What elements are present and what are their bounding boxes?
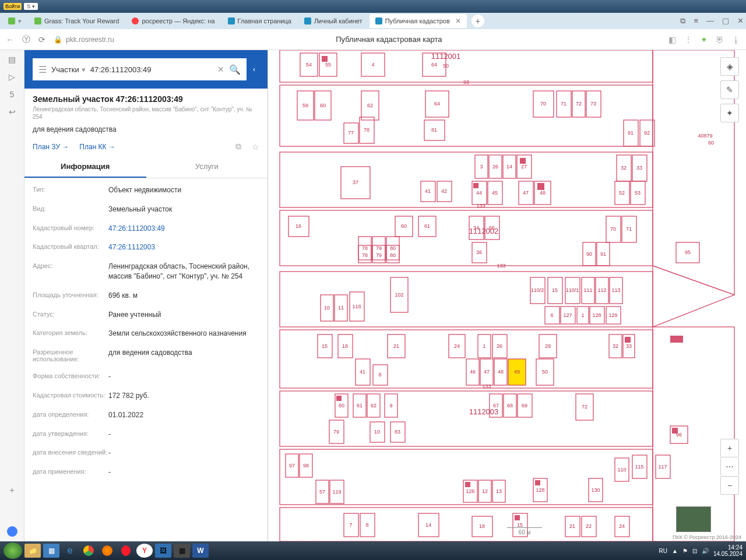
close-icon[interactable]: ✕: [455, 17, 461, 25]
svg-text:1112003: 1112003: [469, 407, 499, 416]
new-tab-button[interactable]: +: [471, 15, 484, 27]
info-value: Ранее учтенный: [108, 310, 161, 320]
task-word[interactable]: W: [192, 544, 209, 558]
zoom-out-button[interactable]: −: [720, 476, 739, 495]
more-button[interactable]: ⋯: [720, 457, 739, 476]
tray-network-icon[interactable]: ⊡: [692, 548, 697, 554]
plan-zu-link[interactable]: План ЗУ →: [33, 143, 69, 151]
map-canvas[interactable]: 54 55 4 64 1112001 50 93 59 60 62 64 70 …: [268, 50, 746, 541]
window-menu-icon[interactable]: ≡: [694, 16, 698, 26]
address-bar: ← Ⓨ ⟳ 🔒 pkk.rosreestr.ru Публичная кадас…: [0, 29, 746, 50]
task-opera[interactable]: [118, 544, 134, 558]
window-minimize-icon[interactable]: —: [706, 16, 714, 26]
info-label: дата определения:: [33, 410, 108, 418]
extension-icon[interactable]: ✦: [701, 35, 708, 44]
task-chrome[interactable]: [80, 544, 97, 558]
sidebar-item[interactable]: ▷: [9, 72, 15, 82]
sidebar-item[interactable]: ↩: [9, 107, 16, 117]
browser-tab[interactable]: Grass: Track Your Reward: [29, 14, 125, 28]
task-app[interactable]: 🖼: [155, 544, 171, 558]
start-button[interactable]: [3, 543, 22, 559]
svg-text:78: 78: [362, 245, 368, 251]
task-explorer[interactable]: 📁: [24, 544, 41, 558]
svg-rect-248: [515, 515, 520, 520]
clear-icon[interactable]: ✕: [217, 65, 224, 74]
sidebar-item[interactable]: ▤: [8, 55, 16, 64]
window-close-icon[interactable]: ✕: [737, 16, 744, 26]
menu-icon[interactable]: ☰: [38, 64, 47, 75]
svg-text:129: 129: [608, 312, 617, 318]
sidebar-add[interactable]: +: [9, 485, 14, 495]
svg-text:49: 49: [514, 369, 520, 375]
zoom-in-button[interactable]: +: [720, 439, 739, 457]
shield-icon[interactable]: ⛨: [716, 35, 724, 44]
svg-text:133: 133: [476, 203, 485, 209]
object-subtitle: Ленинградская область, Тосненский район,…: [33, 105, 259, 121]
svg-text:117: 117: [658, 464, 667, 470]
svg-text:68: 68: [507, 403, 513, 408]
login-badge[interactable]: Войти: [3, 3, 22, 10]
tab-services[interactable]: Услуги: [146, 156, 268, 178]
yandex-icon[interactable]: Ⓨ: [22, 34, 30, 45]
tray-lang[interactable]: RU: [659, 548, 667, 554]
download-icon[interactable]: ⭳: [732, 35, 740, 44]
svg-text:118: 118: [352, 304, 361, 309]
window-maximize-icon[interactable]: ▢: [722, 16, 729, 26]
object-usage: для ведения садоводства: [33, 125, 259, 133]
task-app[interactable]: ▦: [174, 544, 190, 558]
info-row: Статус:Ранее учтенный: [24, 305, 268, 325]
back-button[interactable]: ←: [6, 35, 14, 44]
info-label: Адрес:: [33, 262, 108, 269]
tray-volume-icon[interactable]: 🔊: [702, 548, 709, 554]
titlebar-dropdown[interactable]: S ▾: [24, 3, 38, 10]
bookmark-icon[interactable]: ◧: [668, 35, 676, 44]
svg-text:92: 92: [644, 130, 650, 136]
svg-text:48: 48: [498, 369, 504, 375]
minimap[interactable]: [676, 506, 711, 532]
locate-button[interactable]: ✦: [720, 104, 739, 122]
task-yandex[interactable]: Y: [136, 544, 153, 558]
browser-tab[interactable]: Личный кабинет: [298, 14, 368, 28]
assistant-icon[interactable]: [7, 526, 17, 537]
copy-icon[interactable]: ⧉: [235, 142, 241, 152]
info-value: -: [108, 372, 111, 382]
svg-text:78: 78: [364, 127, 370, 133]
plan-kk-link[interactable]: План КК →: [79, 143, 115, 151]
browser-tab[interactable]: ▾: [2, 14, 27, 28]
edit-button[interactable]: ✎: [720, 80, 739, 99]
info-value[interactable]: 47:26:1112003:49: [108, 224, 165, 234]
collapse-panel-button[interactable]: ‹: [249, 58, 259, 80]
svg-text:28: 28: [545, 343, 551, 349]
tab-info[interactable]: Информация: [24, 156, 146, 178]
search-icon[interactable]: 🔍: [229, 64, 241, 75]
search-input[interactable]: [90, 65, 213, 74]
task-app[interactable]: ▦: [43, 544, 59, 558]
browser-tab-active[interactable]: Публичная кадастров✕: [370, 14, 467, 28]
svg-text:130: 130: [591, 487, 600, 493]
task-ie[interactable]: e: [62, 544, 78, 558]
browser-tab[interactable]: Главная страница: [222, 14, 297, 28]
info-value[interactable]: 47:26:1112003: [108, 242, 155, 252]
svg-text:102: 102: [395, 292, 403, 298]
kebab-icon[interactable]: ⋮: [684, 35, 692, 44]
task-firefox[interactable]: [99, 544, 115, 558]
info-row: Тип:Объект недвижимости: [24, 181, 268, 200]
svg-text:80: 80: [390, 252, 396, 258]
info-label: Статус:: [33, 310, 108, 318]
svg-text:26: 26: [492, 164, 498, 170]
url-field[interactable]: 🔒 pkk.rosreestr.ru Публичная кадастровая…: [54, 35, 660, 44]
tray-flag-icon[interactable]: ⚑: [682, 548, 688, 554]
star-icon[interactable]: ☆: [252, 142, 259, 152]
svg-text:110/2: 110/2: [531, 287, 544, 293]
browser-tab[interactable]: росреестр — Яндекс: на: [126, 14, 220, 28]
layers-button[interactable]: ◈: [720, 57, 739, 76]
search-type-selector[interactable]: Участки ▾: [51, 65, 86, 74]
svg-text:90: 90: [586, 251, 592, 257]
svg-text:64: 64: [431, 62, 437, 68]
window-copy-icon[interactable]: ⧉: [680, 16, 685, 26]
reload-button[interactable]: ⟳: [38, 35, 45, 44]
svg-text:26: 26: [497, 343, 502, 349]
sidebar-item[interactable]: 5: [10, 90, 15, 99]
tray-clock[interactable]: 14:24 14.05.2024: [713, 544, 743, 557]
tray-icon[interactable]: ▲: [672, 548, 678, 554]
